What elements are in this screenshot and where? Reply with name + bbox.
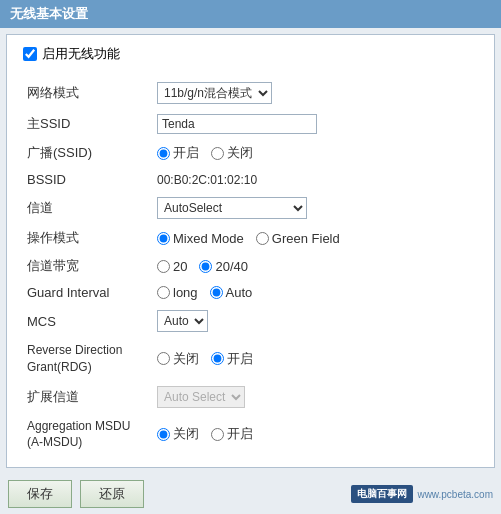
amsdu-on-label[interactable]: 开启 (211, 425, 253, 443)
extension-channel-label: 扩展信道 (23, 381, 153, 413)
reset-button[interactable]: 还原 (80, 480, 144, 508)
channel-cell: AutoSelect 123 456 (153, 192, 478, 224)
rdg-on-text: 开启 (227, 350, 253, 368)
guard-auto-label[interactable]: Auto (210, 285, 253, 300)
bw-20-label[interactable]: 20 (157, 259, 187, 274)
network-mode-label: 网络模式 (23, 77, 153, 109)
broadcast-radio-group: 开启 关闭 (157, 144, 474, 162)
bw-2040-radio[interactable] (199, 260, 212, 273)
operation-mode-row: 操作模式 Mixed Mode Green Field (23, 224, 478, 252)
bw-20-radio[interactable] (157, 260, 170, 273)
mixed-mode-label[interactable]: Mixed Mode (157, 231, 244, 246)
network-mode-select[interactable]: 11b/g/n混合模式 11b模式 11g模式 11n模式 (157, 82, 272, 104)
operation-mode-label: 操作模式 (23, 224, 153, 252)
mcs-select[interactable]: Auto 012 345 67 (157, 310, 208, 332)
guard-interval-cell: long Auto (153, 280, 478, 305)
channel-label: 信道 (23, 192, 153, 224)
channel-bandwidth-label: 信道带宽 (23, 252, 153, 280)
broadcast-off-text: 关闭 (227, 144, 253, 162)
green-field-label[interactable]: Green Field (256, 231, 340, 246)
save-button[interactable]: 保存 (8, 480, 72, 508)
enable-wireless-row: 启用无线功能 (23, 45, 478, 63)
footer-buttons: 保存 还原 (8, 480, 144, 508)
broadcast-on-text: 开启 (173, 144, 199, 162)
broadcast-label: 广播(SSID) (23, 139, 153, 167)
guard-interval-label: Guard Interval (23, 280, 153, 305)
window-title: 无线基本设置 (10, 6, 88, 21)
watermark: 电脑百事网 www.pcbeta.com (351, 485, 493, 503)
rdg-radio-group: 关闭 开启 (157, 350, 474, 368)
rdg-off-text: 关闭 (173, 350, 199, 368)
guard-long-radio[interactable] (157, 286, 170, 299)
ssid-cell (153, 109, 478, 139)
bssid-row: BSSID 00:B0:2C:01:02:10 (23, 167, 478, 192)
guard-long-label[interactable]: long (157, 285, 198, 300)
channel-bandwidth-row: 信道带宽 20 20/40 (23, 252, 478, 280)
broadcast-on-radio[interactable] (157, 147, 170, 160)
broadcast-row: 广播(SSID) 开启 关闭 (23, 139, 478, 167)
aggregation-msdu-label: Aggregation MSDU (A-MSDU) (23, 413, 153, 457)
broadcast-cell: 开启 关闭 (153, 139, 478, 167)
green-field-text: Green Field (272, 231, 340, 246)
guard-auto-radio[interactable] (210, 286, 223, 299)
mixed-mode-radio[interactable] (157, 232, 170, 245)
broadcast-on-label[interactable]: 开启 (157, 144, 199, 162)
channel-bandwidth-cell: 20 20/40 (153, 252, 478, 280)
title-bar: 无线基本设置 (0, 0, 501, 28)
ssid-row: 主SSID (23, 109, 478, 139)
bssid-label: BSSID (23, 167, 153, 192)
rdg-on-label[interactable]: 开启 (211, 350, 253, 368)
operation-mode-radio-group: Mixed Mode Green Field (157, 231, 474, 246)
ssid-label: 主SSID (23, 109, 153, 139)
broadcast-off-radio[interactable] (211, 147, 224, 160)
settings-table: 网络模式 11b/g/n混合模式 11b模式 11g模式 11n模式 主SSID (23, 77, 478, 456)
mcs-label: MCS (23, 305, 153, 337)
extension-channel-row: 扩展信道 Auto Select (23, 381, 478, 413)
bw-20-text: 20 (173, 259, 187, 274)
enable-wireless-label[interactable]: 启用无线功能 (42, 45, 120, 63)
ssid-input[interactable] (157, 114, 317, 134)
channel-row: 信道 AutoSelect 123 456 (23, 192, 478, 224)
bssid-value: 00:B0:2C:01:02:10 (153, 167, 478, 192)
extension-channel-cell: Auto Select (153, 381, 478, 413)
amsdu-on-radio[interactable] (211, 428, 224, 441)
mcs-row: MCS Auto 012 345 67 (23, 305, 478, 337)
mixed-mode-text: Mixed Mode (173, 231, 244, 246)
form-content: 启用无线功能 网络模式 11b/g/n混合模式 11b模式 11g模式 11n模… (6, 34, 495, 468)
watermark-brand: 电脑百事网 (351, 485, 413, 503)
enable-wireless-checkbox[interactable] (23, 47, 37, 61)
amsdu-on-text: 开启 (227, 425, 253, 443)
mcs-cell: Auto 012 345 67 (153, 305, 478, 337)
rdg-cell: 关闭 开启 (153, 337, 478, 381)
rdg-on-radio[interactable] (211, 352, 224, 365)
bw-2040-text: 20/40 (215, 259, 248, 274)
extension-channel-select[interactable]: Auto Select (157, 386, 245, 408)
rdg-row: Reverse Direction Grant(RDG) 关闭 开启 (23, 337, 478, 381)
green-field-radio[interactable] (256, 232, 269, 245)
aggregation-msdu-row: Aggregation MSDU (A-MSDU) 关闭 开启 (23, 413, 478, 457)
guard-auto-text: Auto (226, 285, 253, 300)
watermark-url: www.pcbeta.com (417, 489, 493, 500)
rdg-label: Reverse Direction Grant(RDG) (23, 337, 153, 381)
aggregation-msdu-radio-group: 关闭 开启 (157, 425, 474, 443)
amsdu-off-text: 关闭 (173, 425, 199, 443)
wireless-settings-window: 无线基本设置 启用无线功能 网络模式 11b/g/n混合模式 11b模式 11g… (0, 0, 501, 514)
operation-mode-cell: Mixed Mode Green Field (153, 224, 478, 252)
rdg-off-radio[interactable] (157, 352, 170, 365)
network-mode-row: 网络模式 11b/g/n混合模式 11b模式 11g模式 11n模式 (23, 77, 478, 109)
bw-2040-label[interactable]: 20/40 (199, 259, 248, 274)
amsdu-off-radio[interactable] (157, 428, 170, 441)
footer: 保存 还原 电脑百事网 www.pcbeta.com (0, 474, 501, 514)
channel-select[interactable]: AutoSelect 123 456 (157, 197, 307, 219)
amsdu-off-label[interactable]: 关闭 (157, 425, 199, 443)
network-mode-cell: 11b/g/n混合模式 11b模式 11g模式 11n模式 (153, 77, 478, 109)
channel-bandwidth-radio-group: 20 20/40 (157, 259, 474, 274)
rdg-off-label[interactable]: 关闭 (157, 350, 199, 368)
guard-interval-row: Guard Interval long Auto (23, 280, 478, 305)
aggregation-msdu-cell: 关闭 开启 (153, 413, 478, 457)
guard-interval-radio-group: long Auto (157, 285, 474, 300)
broadcast-off-label[interactable]: 关闭 (211, 144, 253, 162)
guard-long-text: long (173, 285, 198, 300)
